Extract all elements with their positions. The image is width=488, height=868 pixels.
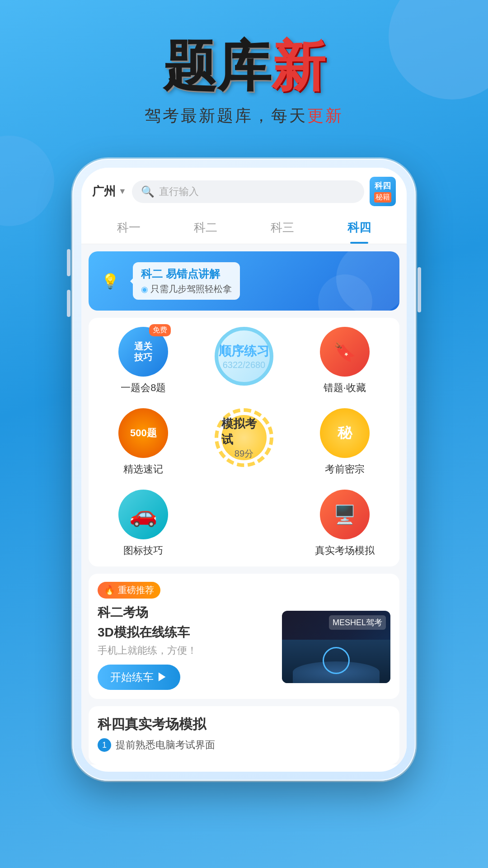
location-button[interactable]: 广州 ▼ <box>92 184 127 199</box>
banner-subtitle: ◉ 只需几步驾照轻松拿 <box>141 283 232 295</box>
search-bar[interactable]: 🔍 直行输入 <box>132 180 364 203</box>
feature-tongguanjiqiao[interactable]: 通关 技巧 免费 一题会8题 <box>103 327 184 395</box>
sequential-circle: 顺序练习 6322/2680 <box>215 327 273 386</box>
badge-text-main: 科四 <box>374 180 391 191</box>
kaomian-label: 考前密宗 <box>325 462 365 476</box>
feature-jingxuansuji[interactable]: 500题 精选速记 <box>103 408 184 476</box>
rec-image-label: MESHEL驾考 <box>329 615 386 630</box>
subtitle-normal: 驾考最新题库，每天 <box>145 106 307 125</box>
search-icon: 🔍 <box>141 185 155 198</box>
rec-subtitle: 手机上就能练，方便！ <box>98 644 273 657</box>
rec-badge: 🔥 重磅推荐 <box>98 582 160 599</box>
feature-icon-skills[interactable]: 🚗 图标技巧 <box>103 490 184 557</box>
rec-content: 科二考场 3D模拟在线练车 手机上就能练，方便！ 开始练车 ▶ MESHEL驾考 <box>89 604 399 699</box>
free-badge: 免费 <box>149 324 171 336</box>
secret-badge[interactable]: 科四 秘籍 <box>370 177 396 206</box>
banner-speech-bubble: 科二 易错点讲解 ◉ 只需几步驾照轻松拿 <box>133 262 240 300</box>
bottom-item-1-text: 提前熟悉电脑考试界面 <box>116 738 215 752</box>
jingxuansuji-label: 精选速记 <box>123 462 163 476</box>
phone-screen: 广州 ▼ 🔍 直行输入 科四 秘籍 科一 <box>81 168 407 772</box>
feature-row-2: 500题 精选速记 模拟考试 89分 <box>89 399 399 481</box>
location-text: 广州 <box>92 184 116 199</box>
banner-bulb-icon: 💡 <box>101 273 119 290</box>
phone-mockup: 广州 ▼ 🔍 直行输入 科四 秘籍 科一 <box>72 159 416 781</box>
bottom-section-title: 科四真实考场模拟 <box>98 715 390 734</box>
rec-image: MESHEL驾考 <box>282 611 390 683</box>
title-black: 题库 <box>163 36 271 96</box>
tab-ke3[interactable]: 科三 <box>244 212 321 244</box>
bottom-list-item-1: 1 提前熟悉电脑考试界面 <box>98 738 390 752</box>
banner-title: 科二 易错点讲解 <box>141 267 232 281</box>
tongguanjiqiao-inner: 通关 技巧 <box>134 341 152 363</box>
phone-vol-down-button <box>67 290 70 317</box>
rec-title1: 科二考场 <box>98 604 273 621</box>
features-section: 通关 技巧 免费 一题会8题 <box>89 318 399 566</box>
phone-wrapper: 广州 ▼ 🔍 直行输入 科四 秘籍 科一 <box>0 145 488 781</box>
wrong-collect-icon: 🔖 <box>320 327 370 377</box>
real-exam-icon: 🖥️ <box>320 490 370 539</box>
badge-text-sub: 秘籍 <box>374 192 391 203</box>
tab-ke1[interactable]: 科一 <box>90 212 167 244</box>
rec-header: 🔥 重磅推荐 <box>89 574 399 604</box>
feature-sequential[interactable]: 顺序练习 6322/2680 <box>203 327 285 386</box>
icon-skills-label: 图标技巧 <box>123 544 163 557</box>
bottom-section: 科四真实考场模拟 1 提前熟悉电脑考试界面 <box>89 706 399 764</box>
banner[interactable]: 💡 科二 易错点讲解 ◉ 只需几步驾照轻松拿 <box>89 251 399 311</box>
rec-image-speedometer <box>323 647 350 674</box>
subtitle: 驾考最新题库，每天更新 <box>27 105 461 127</box>
sequential-inner: 顺序练习 6322/2680 <box>219 343 269 370</box>
start-practice-button[interactable]: 开始练车 ▶ <box>98 665 180 690</box>
mock-exam-circle: 模拟考试 89分 <box>215 408 273 467</box>
search-placeholder-text: 直行输入 <box>159 185 199 198</box>
tongguanjiqiao-icon-wrap: 通关 技巧 免费 <box>118 327 168 377</box>
title-red: 新 <box>271 36 325 96</box>
rec-title2: 3D模拟在线练车 <box>98 624 273 641</box>
top-bar: 广州 ▼ 🔍 直行输入 科四 秘籍 <box>81 168 407 212</box>
header-section: 题库新 驾考最新题库，每天更新 <box>0 0 488 145</box>
mock-exam-inner: 模拟考试 89分 <box>221 415 267 460</box>
icon-skills-icon: 🚗 <box>118 490 168 539</box>
tab-ke2[interactable]: 科二 <box>167 212 244 244</box>
feature-mock-exam[interactable]: 模拟考试 89分 <box>203 408 285 467</box>
subtitle-red: 更新 <box>307 106 343 125</box>
feature-real-exam[interactable]: 🖥️ 真实考场模拟 <box>304 490 385 557</box>
recommendation-section: 🔥 重磅推荐 科二考场 3D模拟在线练车 手机上就能练，方便！ 开始练车 ▶ <box>89 574 399 699</box>
phone-power-button <box>418 267 421 312</box>
nav-tabs: 科一 科二 科三 科四 <box>81 212 407 244</box>
kaomian-icon: 秘 <box>320 408 370 458</box>
feature-row-3: 🚗 图标技巧 🖥️ 真实考场模拟 <box>89 481 399 562</box>
wrong-collect-label: 错题·收藏 <box>324 381 366 395</box>
feature-row-1: 通关 技巧 免费 一题会8题 <box>89 318 399 399</box>
main-title: 题库新 <box>27 36 461 96</box>
list-num-1: 1 <box>98 738 111 752</box>
app-content: 广州 ▼ 🔍 直行输入 科四 秘籍 科一 <box>81 168 407 764</box>
jingxuansuji-icon: 500题 <box>118 408 168 458</box>
bookmark-icon: 🔖 <box>333 341 356 363</box>
location-arrow-icon: ▼ <box>118 187 127 196</box>
rec-text-area: 科二考场 3D模拟在线练车 手机上就能练，方便！ 开始练车 ▶ <box>98 604 273 690</box>
tab-ke4[interactable]: 科四 <box>321 212 398 244</box>
feature-kaomian[interactable]: 秘 考前密宗 <box>304 408 385 476</box>
real-exam-label: 真实考场模拟 <box>315 544 375 557</box>
feature-wrong-collect[interactable]: 🔖 错题·收藏 <box>304 327 385 395</box>
phone-vol-up-button <box>67 249 70 276</box>
tongguanjiqiao-label: 一题会8题 <box>121 381 166 395</box>
